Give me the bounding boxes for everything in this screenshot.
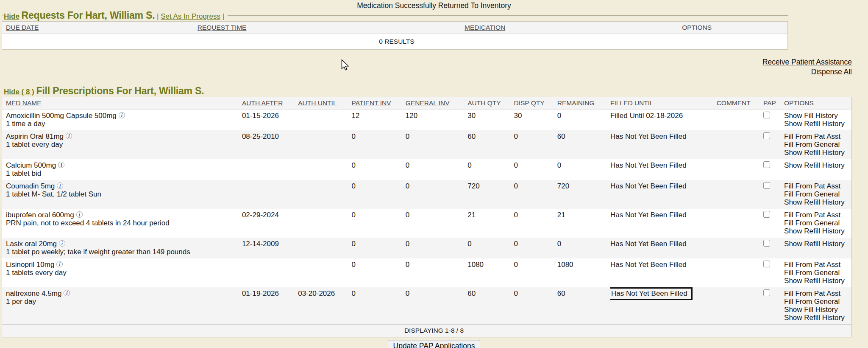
- requests-empty-row: 0 RESULTS: [2, 34, 788, 50]
- show-refill-history-link[interactable]: Show Refill History: [784, 227, 849, 235]
- fill-hide-link[interactable]: Hide ( 8 ): [4, 88, 34, 96]
- auth-qty-cell: 21: [467, 209, 514, 238]
- comment-cell: [717, 180, 763, 209]
- info-icon[interactable]: i: [56, 261, 63, 267]
- fill-from-general-link[interactable]: Fill From General: [784, 190, 849, 198]
- patient-inv-cell: 0: [352, 159, 406, 180]
- column-header-auth-qty: AUTH QTY: [467, 97, 514, 109]
- remaining-cell: 21: [557, 209, 610, 238]
- disp-qty-cell: 0: [514, 130, 557, 159]
- show-refill-history-link[interactable]: Show Refill History: [784, 198, 849, 206]
- fill-from-pat-asst-link[interactable]: Fill From Pat Asst: [784, 289, 849, 297]
- med-name-cell: ibuprofen oral 600mgiPRN pain, not to ex…: [2, 209, 242, 238]
- fill-from-pat-asst-link[interactable]: Fill From Pat Asst: [784, 211, 849, 219]
- info-icon[interactable]: i: [59, 240, 65, 247]
- filled-until-cell: Has Not Yet Been Filled: [610, 258, 717, 287]
- column-header-auth-until[interactable]: AUTH UNTIL: [298, 97, 351, 109]
- fill-from-general-link[interactable]: Fill From General: [784, 140, 849, 149]
- general-inv-cell: 0: [406, 209, 467, 238]
- auth-until-cell: [298, 258, 351, 287]
- med-row: Lasix oral 20mgi1 tablet po weekly; take…: [2, 238, 852, 258]
- auth-after-cell: 12-14-2009: [242, 238, 298, 258]
- auth-qty-cell: 0: [467, 238, 514, 258]
- filled-until-text: Has Not Yet Been Filled: [610, 182, 687, 190]
- update-pap-applications-button[interactable]: Update PAP Applications: [388, 340, 481, 348]
- column-header-due-date[interactable]: DUE DATE: [2, 22, 198, 34]
- med-sig: 1 tablets every day: [6, 269, 239, 277]
- auth-qty-cell: 60: [467, 130, 514, 159]
- auth-until-cell: [298, 159, 351, 180]
- show-refill-history-link[interactable]: Show Refill History: [784, 240, 849, 248]
- pap-cell: [763, 130, 784, 159]
- patient-inv-cell: 0: [352, 287, 406, 325]
- info-icon[interactable]: i: [66, 133, 72, 139]
- fill-prescriptions-table: MED NAMEAUTH AFTERAUTH UNTILPATIENT INVG…: [2, 97, 852, 337]
- show-refill-history-link[interactable]: Show Refill History: [784, 120, 849, 128]
- options-cell: Fill From Pat AsstFill From GeneralShow …: [784, 258, 851, 287]
- info-icon[interactable]: i: [57, 182, 63, 189]
- info-icon[interactable]: i: [76, 211, 83, 218]
- auth-after-cell: 01-19-2026: [242, 287, 298, 325]
- fill-from-general-link[interactable]: Fill From General: [784, 297, 849, 306]
- comment-cell: [717, 130, 763, 159]
- show-fill-history-link[interactable]: Show Fill History: [784, 306, 849, 314]
- pap-checkbox[interactable]: [763, 132, 770, 139]
- fill-from-pat-asst-link[interactable]: Fill From Pat Asst: [784, 261, 849, 269]
- disp-qty-cell: 30: [514, 109, 557, 131]
- disp-qty-cell: 0: [514, 209, 557, 238]
- options-cell: Fill From Pat AsstFill From GeneralShow …: [784, 180, 851, 209]
- filled-until-cell: Has Not Yet Been Filled: [610, 209, 717, 238]
- fill-from-pat-asst-link[interactable]: Fill From Pat Asst: [784, 132, 849, 140]
- auth-qty-cell: 30: [467, 109, 514, 131]
- info-icon[interactable]: i: [64, 290, 70, 296]
- column-header-medication[interactable]: MEDICATION: [465, 22, 609, 34]
- fill-from-pat-asst-link[interactable]: Fill From Pat Asst: [784, 182, 849, 190]
- pap-checkbox[interactable]: [763, 112, 770, 118]
- filled-until-cell: Has Not Yet Been Filled: [610, 287, 717, 325]
- show-refill-history-link[interactable]: Show Refill History: [784, 277, 849, 285]
- column-header-auth-after[interactable]: AUTH AFTER: [242, 97, 298, 109]
- fill-from-general-link[interactable]: Fill From General: [784, 219, 849, 227]
- pap-cell: [763, 258, 784, 287]
- info-icon[interactable]: i: [119, 112, 125, 118]
- fill-prescriptions-section: Hide ( 8 ) Fill Prescriptions For Hart, …: [2, 85, 852, 337]
- filled-until-text: Has Not Yet Been Filled: [610, 211, 687, 219]
- med-row: naltrexone 4.5mgi1 per day01-19-202603-2…: [2, 287, 852, 325]
- med-row: Coumadin 5mgi1 tablet M- Sat, 1/2 tablet…: [2, 180, 852, 209]
- auth-until-cell: [298, 130, 351, 159]
- pap-checkbox[interactable]: [763, 240, 770, 247]
- disp-qty-cell: 0: [514, 287, 557, 325]
- pap-checkbox[interactable]: [763, 289, 770, 296]
- med-name-cell: Coumadin 5mgi1 tablet M- Sat, 1/2 tablet…: [2, 180, 242, 209]
- column-header-patient-inv[interactable]: PATIENT INV: [352, 97, 406, 109]
- med-row: Aspirin Oral 81mgi1 tablet every day08-2…: [2, 130, 852, 159]
- displaying-count: DISPLAYING 1-8 / 8: [2, 325, 852, 337]
- auth-until-cell: [298, 209, 351, 238]
- set-as-in-progress-link[interactable]: Set As In Progress: [161, 12, 220, 20]
- remaining-cell: 0: [557, 109, 610, 131]
- fill-from-general-link[interactable]: Fill From General: [784, 269, 849, 277]
- info-icon[interactable]: i: [58, 162, 64, 168]
- pap-checkbox[interactable]: [763, 261, 770, 267]
- column-header-med-name[interactable]: MED NAME: [2, 97, 242, 109]
- pap-checkbox[interactable]: [763, 182, 770, 189]
- options-cell: Show Fill HistoryShow Refill History: [784, 109, 851, 131]
- column-header-request-time[interactable]: REQUEST TIME: [198, 22, 465, 34]
- med-sig: 1 tablet M- Sat, 1/2 tablet Sun: [6, 190, 239, 198]
- show-refill-history-link[interactable]: Show Refill History: [784, 149, 849, 157]
- column-header-general-inv[interactable]: GENERAL INV: [406, 97, 467, 109]
- comment-cell: [717, 258, 763, 287]
- pap-checkbox[interactable]: [763, 161, 770, 168]
- dispense-all-link[interactable]: Dispense All: [0, 67, 852, 77]
- show-refill-history-link[interactable]: Show Refill History: [784, 314, 849, 322]
- general-inv-cell: 0: [406, 180, 467, 209]
- pap-cell: [763, 287, 784, 325]
- requests-hide-link[interactable]: Hide: [4, 12, 19, 20]
- med-name: Lisinopril 10mg: [6, 261, 54, 269]
- column-header-filled-until: FILLED UNTIL: [610, 97, 717, 109]
- pap-checkbox[interactable]: [763, 211, 770, 218]
- med-name-cell: Lisinopril 10mgi1 tablets every day: [2, 258, 242, 287]
- show-refill-history-link[interactable]: Show Refill History: [784, 161, 849, 169]
- receive-patient-assistance-link[interactable]: Receive Patient Assistance: [0, 57, 852, 67]
- show-fill-history-link[interactable]: Show Fill History: [784, 112, 849, 120]
